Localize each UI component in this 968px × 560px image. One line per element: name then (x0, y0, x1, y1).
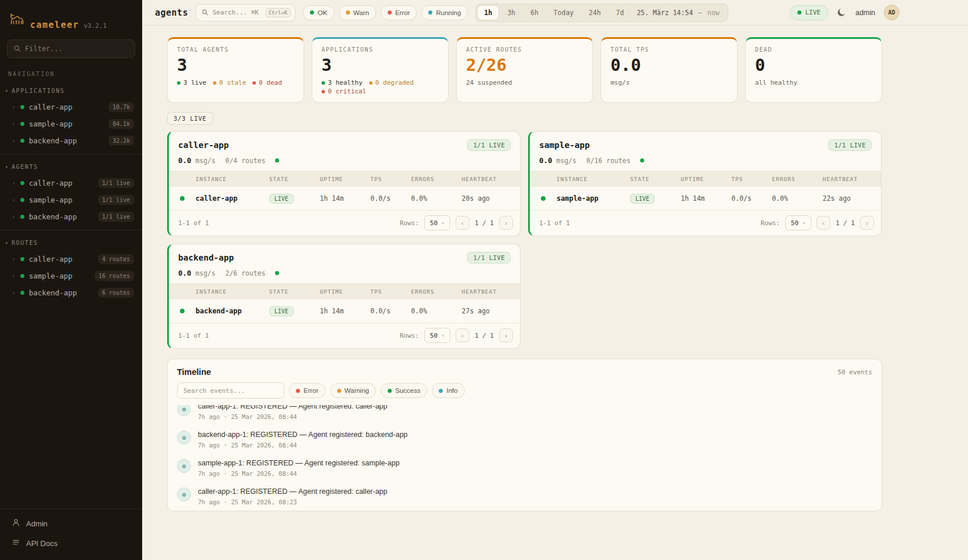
rows-per-page-select[interactable]: 50▾ (785, 215, 811, 230)
sidebar-item-admin[interactable]: Admin (7, 514, 135, 533)
stat-sub: 3 healthy (328, 79, 363, 86)
cell-instance: backend-app (196, 307, 269, 315)
sidebar-item-badge: 32.2k (109, 136, 134, 146)
col-errors: ERRORS (411, 288, 461, 295)
global-search[interactable]: Ctrl+K (196, 4, 295, 21)
timeline-event-list[interactable]: ⚙ caller-app-1: REGISTERED — Agent regis… (168, 405, 882, 511)
sidebar-item-routes-caller-app[interactable]: › caller-app 4 routes (0, 251, 142, 268)
cell-uptime: 1h 14m (681, 194, 731, 203)
sidebar-item-app-sample-app[interactable]: › sample-app 84.1k (0, 115, 142, 132)
time-range-7d[interactable]: 7d (609, 5, 631, 20)
filter-chip-error[interactable]: Error (381, 5, 417, 20)
table-header: INSTANCE STATE UPTIME TPS ERRORS HEARTBE… (169, 284, 520, 299)
sidebar-filter[interactable] (7, 39, 135, 58)
rows-per-page-select[interactable]: 50▾ (424, 215, 450, 230)
stat-card-applications: APPLICATIONS 3 3 healthy 0 degraded 0 cr… (312, 37, 449, 103)
stat-subs: 24 suspended (466, 79, 583, 86)
timeline-chip-success[interactable]: Success (381, 383, 427, 398)
date-end: now (707, 9, 720, 17)
timeline-chip-error[interactable]: Error (289, 383, 326, 398)
apps-grid: caller-app 1/1 LIVE 0.0 msg/s 0/4 routes… (167, 131, 882, 349)
caret-down-icon: ▾ (803, 221, 806, 226)
content-area: TOTAL AGENTS 3 3 live 0 stale 0 dead APP… (142, 26, 968, 511)
stat-card-total-agents: TOTAL AGENTS 3 3 live 0 stale 0 dead (167, 37, 304, 103)
green-dot-icon (322, 81, 325, 85)
sidebar-item-label: backend-app (29, 136, 77, 145)
sidebar-item-routes-backend-app[interactable]: › backend-app 6 routes (0, 284, 142, 301)
time-range-24h[interactable]: 24h (581, 5, 608, 20)
app-name-link[interactable]: sample-app (539, 140, 590, 150)
app-name-link[interactable]: backend-app (178, 253, 234, 262)
filter-chip-ok[interactable]: OK (303, 5, 334, 20)
col-tps: TPS (370, 176, 411, 182)
timeline-chip-warning[interactable]: Warning (330, 383, 376, 398)
section-header-agents[interactable]: AGENTS (0, 161, 142, 175)
table-row[interactable]: sample-app LIVE 1h 14m 0.0/s 0.0% 22s ag… (530, 187, 881, 210)
gear-icon: ⚙ (177, 405, 191, 416)
dark-mode-toggle[interactable] (837, 8, 847, 17)
sidebar-item-routes-sample-app[interactable]: › sample-app 16 routes (0, 268, 142, 284)
timeline-controls: Error Warning Success Info (168, 382, 882, 405)
global-search-input[interactable] (212, 9, 261, 16)
stats-row: TOTAL AGENTS 3 3 live 0 stale 0 dead APP… (167, 37, 882, 103)
sidebar-item-label: sample-app (29, 120, 73, 128)
filter-chip-warn[interactable]: Warn (339, 5, 376, 20)
amber-dot-icon (369, 81, 373, 85)
prev-page-button[interactable]: ‹ (456, 328, 469, 342)
event-text: caller-app-1: REGISTERED — Agent registe… (198, 487, 388, 496)
sidebar-item-api-docs[interactable]: API Docs (7, 533, 135, 553)
app-name-link[interactable]: caller-app (178, 140, 229, 150)
health-dot-icon (640, 158, 644, 162)
stat-sub: 0 critical (328, 88, 366, 95)
chevron-right-icon: › (12, 197, 16, 203)
timeline-header: Timeline 50 events (168, 359, 882, 382)
stat-sub: 0 stale (219, 79, 246, 86)
admin-label: Admin (26, 519, 48, 528)
live-summary-badge: 3/3 LIVE (167, 112, 213, 125)
table-row[interactable]: caller-app LIVE 1h 14m 0.0/s 0.0% 20s ag… (169, 187, 520, 210)
section-header-applications[interactable]: APPLICATIONS (0, 85, 142, 99)
app-card-caller-app: caller-app 1/1 LIVE 0.0 msg/s 0/4 routes… (167, 131, 521, 236)
time-range-3h[interactable]: 3h (500, 5, 522, 20)
timeline-chip-info[interactable]: Info (432, 383, 464, 398)
next-page-button[interactable]: › (499, 328, 513, 342)
prev-page-button[interactable]: ‹ (456, 216, 469, 230)
sidebar-item-agent-caller-app[interactable]: › caller-app 1/1 live (0, 175, 142, 192)
health-dot-icon (275, 271, 279, 275)
sidebar-filter-input[interactable] (25, 45, 129, 53)
sidebar-item-agent-backend-app[interactable]: › backend-app 1/1 live (0, 208, 142, 225)
cell-errors: 0.0% (411, 307, 461, 315)
page-title: agents (155, 8, 188, 18)
prev-page-button[interactable]: ‹ (817, 216, 830, 230)
sidebar-item-app-caller-app[interactable]: › caller-app 10.7k (0, 99, 142, 115)
col-heartbeat: HEARTBEAT (462, 176, 520, 182)
cell-uptime: 1h 14m (320, 194, 370, 203)
sidebar-item-app-backend-app[interactable]: › backend-app 32.2k (0, 132, 142, 149)
avatar[interactable]: AD (884, 5, 900, 20)
filter-chip-running[interactable]: Running (421, 5, 468, 20)
stat-value: 2/26 (466, 55, 583, 75)
topbar-right: LIVE admin AD (790, 5, 900, 20)
time-range-6h[interactable]: 6h (523, 5, 546, 20)
timeline-search-input[interactable] (177, 382, 284, 399)
section-header-routes[interactable]: ROUTES (0, 237, 142, 251)
time-range-today[interactable]: Today (547, 5, 581, 20)
table-row[interactable]: backend-app LIVE 1h 14m 0.0/s 0.0% 27s a… (169, 299, 520, 323)
chip-label: Running (436, 9, 461, 16)
rate-unit: msg/s (557, 157, 577, 165)
sidebar-item-agent-sample-app[interactable]: › sample-app 1/1 live (0, 192, 142, 208)
search-icon (13, 44, 21, 55)
event-text: backend-app-1: REGISTERED — Agent regist… (198, 431, 407, 439)
stat-card-active-routes: ACTIVE ROUTES 2/26 24 suspended (456, 37, 593, 103)
rows-per-page-select[interactable]: 50▾ (424, 328, 450, 343)
cell-heartbeat: 20s ago (462, 194, 520, 203)
event-text: sample-app-1: REGISTERED — Agent registe… (198, 459, 399, 467)
next-page-button[interactable]: › (860, 216, 874, 230)
timeline-event: ⚙ backend-app-1: REGISTERED — Agent regi… (177, 425, 872, 454)
next-page-button[interactable]: › (499, 216, 513, 230)
time-range-1h[interactable]: 1h (477, 5, 499, 20)
cell-errors: 0.0% (772, 194, 822, 203)
section-bullet-icon (6, 90, 8, 92)
running-dot-icon (428, 10, 432, 15)
row-range: 1-1 of 1 (178, 332, 209, 339)
